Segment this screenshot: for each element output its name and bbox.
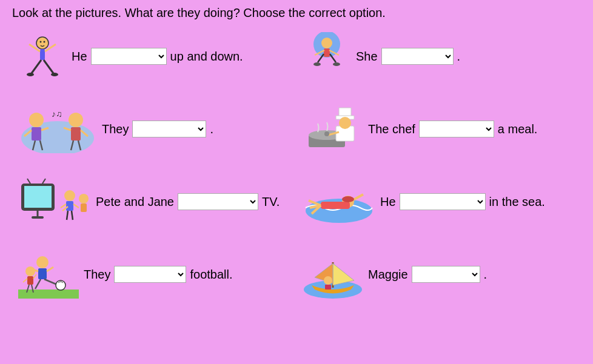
svg-point-6 (27, 73, 34, 76)
cell-s2: She is skatingskatesare skatingskate . (296, 26, 581, 87)
dropdown-s3[interactable]: are arguingis arguingargueargues (132, 121, 206, 137)
subject-s7: They (84, 268, 110, 282)
svg-line-75 (33, 274, 36, 279)
suffix-s6: in the sea. (489, 195, 545, 209)
swimming-man-icon (303, 177, 375, 226)
svg-point-72 (25, 266, 35, 276)
svg-line-52 (72, 211, 73, 220)
dropdown-s7[interactable]: are playingis playingplayplays (114, 266, 186, 283)
svg-rect-66 (38, 268, 47, 279)
svg-line-74 (23, 279, 27, 282)
svg-line-50 (73, 204, 79, 208)
subject-s3: They (102, 122, 129, 136)
football-players-icon (18, 250, 79, 299)
svg-point-0 (36, 37, 49, 49)
svg-rect-1 (40, 49, 45, 60)
cell-s3: ♪♫ They are arguingis arguingargueargues… (12, 99, 296, 159)
svg-rect-21 (32, 127, 41, 141)
svg-line-51 (67, 211, 68, 220)
subject-s6: He (380, 195, 396, 209)
sentence-s1: He jumpsis jumpingare jumpingjump up and… (72, 48, 243, 65)
exercise-grid: He jumpsis jumpingare jumpingjump up and… (12, 26, 581, 305)
jumping-man-icon (18, 32, 67, 81)
subject-s8: Maggie (368, 268, 408, 282)
svg-point-53 (79, 194, 89, 204)
sentence-s7: They are playingis playingplayplays foot… (84, 266, 233, 283)
svg-rect-42 (24, 186, 52, 208)
svg-line-69 (35, 279, 41, 289)
svg-line-43 (27, 179, 30, 184)
svg-rect-81 (325, 285, 331, 290)
svg-line-68 (47, 267, 53, 271)
svg-point-38 (339, 117, 351, 129)
cell-s7: They are playingis playingplayplays foot… (12, 244, 296, 305)
sentence-s3: They are arguingis arguingargueargues . (102, 121, 213, 137)
svg-point-80 (324, 276, 332, 285)
svg-point-9 (44, 41, 45, 43)
svg-point-20 (29, 113, 44, 127)
suffix-s7: football. (190, 268, 232, 282)
cell-s1: He jumpsis jumpingare jumpingjump up and… (12, 26, 296, 87)
svg-line-5 (44, 60, 53, 73)
svg-point-16 (333, 62, 340, 66)
suffix-s3: . (210, 122, 213, 136)
svg-rect-73 (27, 276, 33, 285)
svg-point-63 (342, 196, 354, 202)
svg-line-44 (42, 179, 45, 184)
subject-s2: She (356, 50, 378, 64)
svg-rect-46 (32, 216, 44, 219)
svg-point-7 (51, 73, 58, 76)
dropdown-s8[interactable]: is sailingsailsare sailingsail (412, 266, 480, 283)
tv-watching-icon (18, 177, 91, 226)
dropdown-s2[interactable]: is skatingskatesare skatingskate (381, 48, 454, 65)
dropdown-s1[interactable]: jumpsis jumpingare jumpingjump (91, 48, 167, 65)
suffix-s4: a meal. (498, 122, 538, 136)
svg-point-65 (36, 256, 49, 268)
suffix-s5: TV. (262, 195, 280, 209)
svg-line-49 (61, 204, 66, 208)
svg-point-26 (69, 113, 83, 127)
svg-rect-54 (81, 204, 87, 212)
sailing-icon (303, 250, 363, 299)
svg-point-8 (40, 41, 42, 43)
svg-point-40 (324, 131, 329, 136)
svg-rect-12 (324, 48, 330, 57)
subject-s1: He (72, 50, 87, 64)
svg-point-15 (313, 62, 321, 66)
svg-point-11 (321, 38, 332, 48)
svg-line-4 (32, 60, 41, 73)
suffix-s1: up and down. (170, 50, 243, 64)
arguing-people-icon: ♪♫ (18, 105, 97, 153)
sentence-s2: She is skatingskatesare skatingskate . (356, 48, 460, 65)
cell-s5: Pete and Jane are watchingis watchingwat… (12, 171, 296, 232)
cell-s4: The chef is cookingcooksare cookingcook … (296, 99, 581, 159)
sentence-s5: Pete and Jane are watchingis watchingwat… (96, 193, 280, 210)
sentence-s6: He is swimmingswimsare swimmingswim in t… (380, 193, 545, 210)
svg-rect-48 (66, 201, 73, 211)
subject-s4: The chef (368, 122, 415, 136)
instruction: Look at the pictures. What are they doin… (12, 6, 581, 20)
subject-s5: Pete and Jane (96, 195, 174, 209)
suffix-s8: . (484, 268, 487, 282)
dropdown-s4[interactable]: is cookingcooksare cookingcook (419, 121, 494, 137)
chef-cooking-icon (303, 105, 363, 153)
cell-s8: Maggie is sailingsailsare sailingsail . (296, 244, 581, 305)
svg-rect-27 (71, 127, 81, 141)
sentence-s8: Maggie is sailingsailsare sailingsail . (368, 266, 487, 283)
svg-point-47 (64, 190, 75, 201)
dropdown-s5[interactable]: are watchingis watchingwatchwatches (178, 193, 258, 210)
svg-rect-58 (321, 202, 350, 209)
skating-girl-icon (303, 32, 351, 81)
sentence-s4: The chef is cookingcooksare cookingcook … (368, 121, 537, 137)
svg-text:♪♫: ♪♫ (52, 109, 62, 119)
dropdown-s6[interactable]: is swimmingswimsare swimmingswim (400, 193, 486, 210)
suffix-s2: . (457, 50, 461, 64)
svg-line-70 (44, 279, 56, 284)
cell-s6: He is swimmingswimsare swimmingswim in t… (296, 171, 581, 232)
